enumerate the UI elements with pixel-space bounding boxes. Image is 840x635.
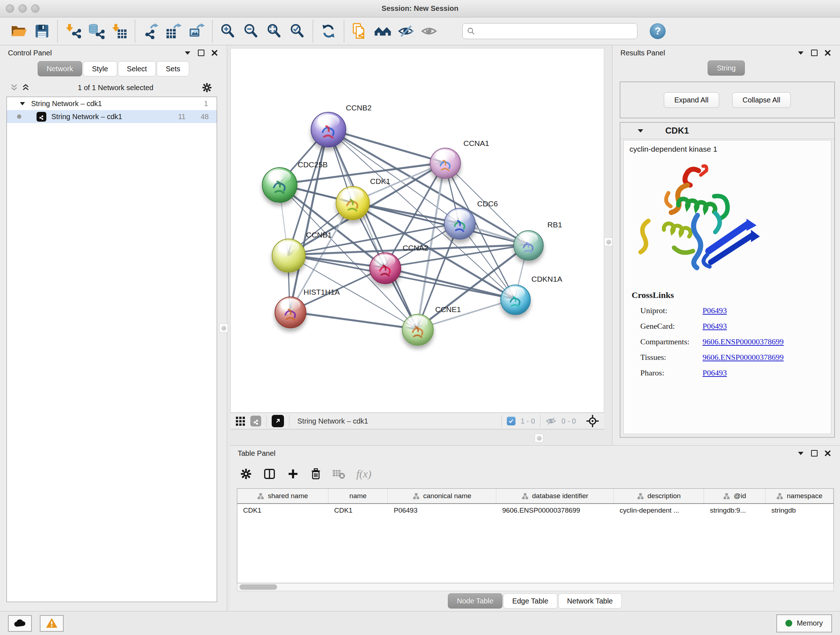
column-header--id[interactable]: @id xyxy=(704,489,766,503)
network-edge[interactable] xyxy=(290,312,417,329)
network-options-gear-icon[interactable] xyxy=(202,82,212,93)
float-panel-icon[interactable] xyxy=(198,50,204,56)
crosslink-value-link[interactable]: P06493 xyxy=(703,306,727,315)
import-network-database-button[interactable] xyxy=(87,21,106,41)
expand-all-networks-icon[interactable] xyxy=(10,84,18,92)
expand-all-button[interactable]: Expand All xyxy=(664,92,719,108)
column-header-name[interactable]: name xyxy=(328,489,388,503)
memory-button[interactable]: Memory xyxy=(776,614,832,632)
table-cell[interactable]: stringdb:9... xyxy=(704,504,766,517)
table-cell[interactable]: stringdb xyxy=(766,504,834,517)
crosslink-value-link[interactable]: P06493 xyxy=(703,321,727,331)
zoom-out-button[interactable] xyxy=(242,21,261,41)
table-options-gear-icon[interactable] xyxy=(240,468,252,480)
new-network-from-selection-button[interactable] xyxy=(350,21,369,41)
network-node-CCNB2[interactable] xyxy=(311,112,346,147)
network-collection-row[interactable]: String Network – cdk1 1 xyxy=(7,97,217,110)
zoom-in-button[interactable] xyxy=(218,21,237,41)
gene-section-header[interactable]: CDK1 xyxy=(621,123,834,139)
collection-expanded-icon[interactable] xyxy=(20,102,25,106)
control-panel: Control Panel Network Style Select Sets … xyxy=(0,45,227,611)
column-header-database-identifier[interactable]: database identifier xyxy=(496,489,614,503)
network-node-CDC6[interactable] xyxy=(444,208,476,240)
string-home-button[interactable] xyxy=(373,21,392,41)
table-cell[interactable]: CDK1 xyxy=(237,504,328,517)
save-session-button[interactable] xyxy=(33,21,51,41)
network-row[interactable]: String Network – cdk1 11 48 xyxy=(7,110,217,123)
help-button[interactable]: ? xyxy=(650,23,666,39)
crosslink-value-link[interactable]: 9606.ENSP00000378699 xyxy=(703,353,783,362)
export-network-button[interactable] xyxy=(141,21,160,41)
tab-network-table[interactable]: Network Table xyxy=(558,593,622,608)
network-edge[interactable] xyxy=(290,129,328,312)
scrollbar-thumb[interactable] xyxy=(240,584,277,590)
table-cell[interactable]: 9606.ENSP00000378699 xyxy=(496,504,614,517)
delete-column-icon[interactable] xyxy=(310,467,322,480)
section-expanded-icon[interactable] xyxy=(638,128,644,133)
apply-layout-button[interactable] xyxy=(319,21,338,41)
close-panel-icon[interactable] xyxy=(825,450,831,456)
detach-view-button[interactable] xyxy=(272,415,284,427)
collapse-panel-icon[interactable] xyxy=(185,51,191,55)
table-cell[interactable]: CDK1 xyxy=(328,504,388,517)
left-splitter-handle[interactable] xyxy=(219,324,228,333)
hide-selected-button[interactable] xyxy=(396,21,415,41)
zoom-selected-button[interactable] xyxy=(288,21,307,41)
right-splitter-handle[interactable] xyxy=(604,238,613,246)
collapse-all-networks-icon[interactable] xyxy=(22,84,30,92)
tab-sets[interactable]: Sets xyxy=(156,61,189,76)
network-node-HIST1H1A[interactable] xyxy=(275,296,306,328)
zoom-fit-content-button[interactable] xyxy=(265,21,284,41)
column-header-description[interactable]: description xyxy=(614,489,704,503)
export-table-button[interactable] xyxy=(164,21,183,41)
add-column-icon[interactable] xyxy=(287,468,299,480)
tab-node-table[interactable]: Node Table xyxy=(448,593,502,608)
show-columns-icon[interactable] xyxy=(263,468,276,480)
import-table-file-button[interactable] xyxy=(110,21,129,41)
tab-network[interactable]: Network xyxy=(38,61,82,76)
collapse-panel-icon[interactable] xyxy=(798,51,804,55)
function-builder-button[interactable]: f(x) xyxy=(356,468,371,480)
float-panel-icon[interactable] xyxy=(811,450,818,456)
collapse-panel-icon[interactable] xyxy=(798,451,804,455)
crosslink-value-link[interactable]: 9606.ENSP00000378699 xyxy=(703,337,783,347)
tab-string[interactable]: String xyxy=(707,60,745,76)
network-edge[interactable] xyxy=(328,129,417,329)
network-node-CDK1[interactable] xyxy=(336,186,370,220)
network-node-RB1[interactable] xyxy=(513,230,544,261)
bottom-splitter-handle[interactable] xyxy=(535,434,543,442)
network-node-CCNB1[interactable] xyxy=(272,239,306,272)
network-node-CCNA2[interactable] xyxy=(369,252,401,284)
column-header-namespace[interactable]: namespace xyxy=(766,489,834,503)
selected-checkbox-icon[interactable] xyxy=(507,417,515,425)
hidden-eye-icon[interactable] xyxy=(546,416,556,426)
column-header-canonical-name[interactable]: canonical name xyxy=(388,489,496,503)
show-all-button[interactable] xyxy=(420,21,439,41)
tab-style[interactable]: Style xyxy=(83,61,117,76)
network-node-CDC25B[interactable] xyxy=(262,167,297,203)
grid-view-icon[interactable] xyxy=(235,416,245,426)
crosslink-value-link[interactable]: P06493 xyxy=(703,368,727,378)
tab-select[interactable]: Select xyxy=(118,61,156,76)
import-network-file-button[interactable] xyxy=(64,21,82,41)
tab-edge-table[interactable]: Edge Table xyxy=(503,593,557,608)
search-input[interactable] xyxy=(478,27,624,35)
network-view-icon[interactable] xyxy=(250,416,261,426)
close-panel-icon[interactable] xyxy=(825,50,831,56)
network-node-CCNA1[interactable] xyxy=(430,148,461,179)
table-cell[interactable]: P06493 xyxy=(388,504,497,517)
table-cell[interactable]: cyclin-dependent ... xyxy=(614,504,704,517)
close-panel-icon[interactable] xyxy=(212,50,218,56)
birds-eye-toggle-icon[interactable] xyxy=(586,415,599,428)
float-panel-icon[interactable] xyxy=(811,50,818,56)
warning-status-button[interactable] xyxy=(40,615,64,632)
column-header-shared-name[interactable]: shared name xyxy=(237,489,328,503)
table-horizontal-scrollbar[interactable] xyxy=(237,583,834,591)
network-node-CDKN1A[interactable] xyxy=(500,285,531,315)
network-canvas[interactable]: CCNB2CCNA1CDC25BCDK1CDC6RB1CCNB1CCNA2CDK… xyxy=(231,48,604,413)
open-session-button[interactable] xyxy=(9,21,28,41)
network-node-CCNE1[interactable] xyxy=(402,314,434,346)
cloud-status-button[interactable] xyxy=(8,615,32,632)
export-image-button[interactable] xyxy=(187,21,206,41)
collapse-all-button[interactable]: Collapse All xyxy=(732,92,791,108)
